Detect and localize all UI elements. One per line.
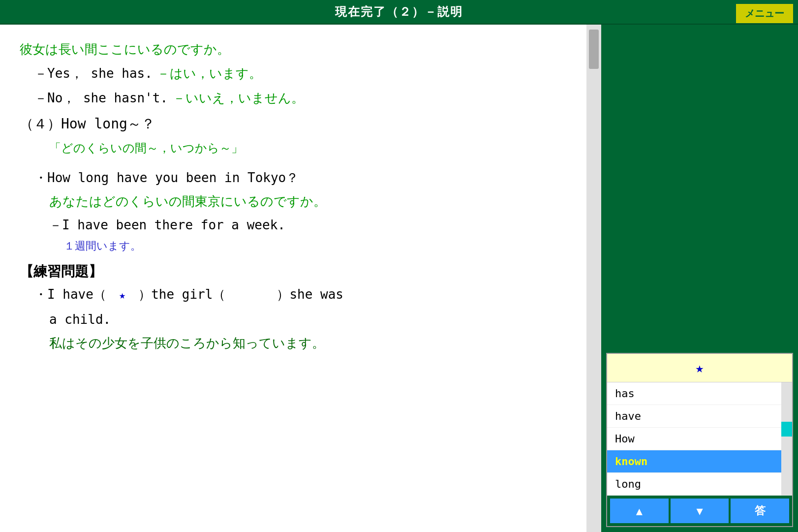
page-title: 現在完了（２）－説明 [335, 4, 463, 20]
no-response: －No， she hasn't. －いいえ，いません。 [34, 87, 567, 110]
vocab-item-known[interactable]: known [607, 450, 792, 473]
vocab-list: has have How known long [607, 382, 792, 496]
bullet1-answer-japanese: １週間います。 [64, 239, 567, 253]
bullet1-english-text: ・How long have you been in Tokyo？ [34, 170, 299, 185]
scrollbar-thumb[interactable] [589, 30, 599, 69]
answer-button[interactable]: 答 [731, 499, 789, 523]
title-bar: 現在完了（２）－説明 メニュー [0, 0, 798, 25]
no-japanese: －いいえ，いません。 [173, 91, 304, 105]
exercise-header: 【練習問題】 [20, 262, 567, 281]
japanese-question: 彼女は長い間ここにいるのですか。 [20, 39, 567, 60]
main-layout: 彼女は長い間ここにいるのですか。 －Yes， she has. －はい，います。… [0, 25, 798, 532]
japanese-question-text: 彼女は長い間ここにいるのですか。 [20, 42, 230, 57]
exercise-japanese-text: 私はその少女を子供のころから知っています。 [49, 336, 325, 350]
vocab-item-how[interactable]: How [607, 428, 792, 450]
scroll-up-button[interactable]: ▲ [610, 499, 669, 523]
no-english: －No， she hasn't. [34, 91, 168, 105]
content-area: 彼女は長い間ここにいるのですか。 －Yes， she has. －はい，います。… [0, 25, 586, 532]
section4-sub: 「どのくらいの間～，いつから～」 [49, 139, 567, 157]
vocab-buttons: ▲ ▼ 答 [607, 496, 792, 526]
exercise-header-text: 【練習問題】 [20, 263, 102, 280]
exercise-line1: ・I have（ ★ ）the girl（ ）she was [34, 283, 567, 306]
section4: （４）How long～？ 「どのくらいの間～，いつから～」 [20, 112, 567, 157]
scroll-down-button[interactable]: ▼ [671, 499, 729, 523]
vocab-scroll-thumb[interactable] [781, 422, 792, 437]
vocab-box: ★ has have How known long ▲ ▼ 答 [606, 353, 793, 527]
exercise-line2: a child. [49, 308, 567, 331]
bullet1-japanese-text: あなたはどのくらいの間東京にいるのですか。 [49, 194, 326, 209]
section4-header: （４）How long～？ [20, 112, 567, 136]
exercise-english1: ・I have（ ★ ）the girl（ ）she was [34, 287, 343, 302]
vocab-item-long[interactable]: long [607, 473, 792, 496]
menu-button[interactable]: メニュー [736, 4, 793, 23]
right-panel: ★ has have How known long ▲ ▼ 答 [601, 25, 798, 532]
star-icon: ★ [696, 360, 704, 376]
exercise-english2: a child. [49, 312, 111, 327]
section4-sub-text: 「どのくらいの間～，いつから～」 [49, 141, 243, 155]
bullet1-english: ・How long have you been in Tokyo？ [34, 166, 567, 189]
bullet1-answer-english-text: －I have been there for a week. [49, 218, 285, 232]
vocab-scrollbar[interactable] [781, 382, 792, 496]
vocab-star-header: ★ [607, 354, 792, 382]
yes-response: －Yes， she has. －はい，います。 [34, 62, 567, 85]
exercise-section: 【練習問題】 ・I have（ ★ ）the girl（ ）she was a … [20, 262, 567, 353]
yes-japanese: －はい，います。 [157, 66, 262, 81]
vocab-item-has[interactable]: has [607, 382, 792, 405]
bullet1: ・How long have you been in Tokyo？ あなたはどの… [20, 166, 567, 253]
vocab-item-have[interactable]: have [607, 405, 792, 428]
exercise-japanese: 私はその少女を子供のころから知っています。 [49, 333, 567, 354]
bullet1-japanese: あなたはどのくらいの間東京にいるのですか。 [49, 191, 567, 212]
main-scrollbar[interactable] [586, 25, 601, 532]
section4-header-text: （４）How long～？ [20, 116, 155, 132]
bullet1-answer-japanese-text: １週間います。 [64, 240, 141, 252]
yes-english: －Yes， she has. [34, 66, 153, 81]
bullet1-answer-english: －I have been there for a week. [49, 214, 567, 237]
